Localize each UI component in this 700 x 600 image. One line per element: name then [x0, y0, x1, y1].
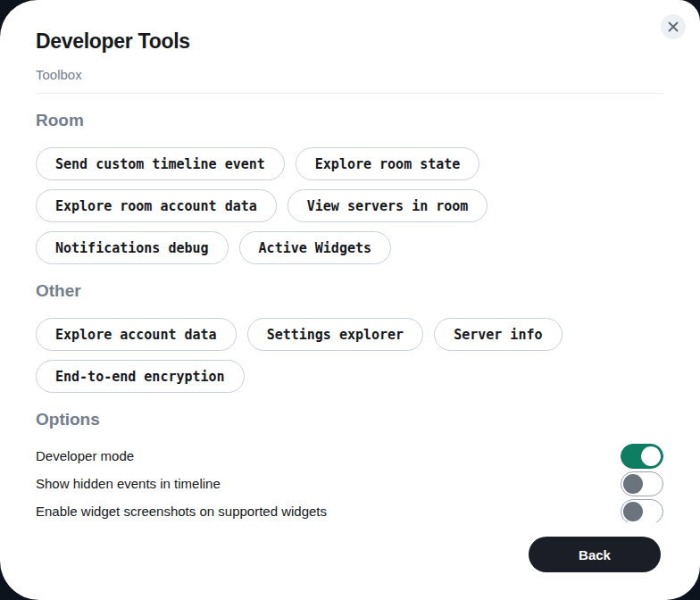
option-row-show-hidden-events: Show hidden events in timeline — [36, 470, 663, 497]
widget-screenshots-toggle[interactable] — [621, 499, 663, 523]
show-hidden-events-toggle[interactable] — [621, 471, 663, 496]
option-label: Enable widget screenshots on supported w… — [36, 504, 327, 519]
toggle-knob — [623, 502, 643, 521]
explore-account-data-button[interactable]: Explore account data — [36, 318, 237, 351]
section-heading-room: Room — [36, 111, 663, 130]
toggle-knob — [641, 446, 661, 466]
active-widgets-button[interactable]: Active Widgets — [239, 231, 391, 264]
other-buttons: Explore account data Settings explorer S… — [36, 318, 663, 393]
option-label: Developer mode — [36, 448, 134, 463]
notifications-debug-button[interactable]: Notifications debug — [36, 231, 229, 264]
developer-tools-dialog: Developer Tools Toolbox Room Send custom… — [0, 0, 700, 600]
dialog-header: Developer Tools Toolbox — [0, 0, 700, 94]
section-heading-options: Options — [36, 410, 663, 429]
page-title: Developer Tools — [36, 29, 663, 54]
dialog-content: Room Send custom timeline event Explore … — [0, 94, 700, 522]
explore-room-account-data-button[interactable]: Explore room account data — [36, 189, 277, 222]
view-servers-in-room-button[interactable]: View servers in room — [288, 189, 488, 222]
dialog-footer: Back — [0, 522, 700, 600]
option-row-developer-mode: Developer mode — [36, 442, 663, 470]
dialog-subtitle: Toolbox — [36, 67, 663, 94]
back-button[interactable]: Back — [529, 537, 661, 572]
server-info-button[interactable]: Server info — [434, 318, 562, 351]
option-row-widget-screenshots: Enable widget screenshots on supported w… — [36, 497, 663, 522]
section-heading-other: Other — [36, 281, 663, 301]
option-label: Show hidden events in timeline — [36, 476, 221, 491]
send-custom-timeline-event-button[interactable]: Send custom timeline event — [36, 147, 285, 180]
explore-room-state-button[interactable]: Explore room state — [296, 147, 480, 180]
toggle-knob — [623, 474, 643, 494]
options-list: Developer mode Show hidden events in tim… — [36, 442, 663, 522]
close-icon — [668, 21, 679, 32]
developer-mode-toggle[interactable] — [621, 444, 663, 469]
settings-explorer-button[interactable]: Settings explorer — [247, 318, 424, 351]
close-button[interactable] — [661, 14, 686, 39]
room-buttons: Send custom timeline event Explore room … — [36, 147, 663, 264]
end-to-end-encryption-button[interactable]: End-to-end encryption — [36, 360, 245, 393]
